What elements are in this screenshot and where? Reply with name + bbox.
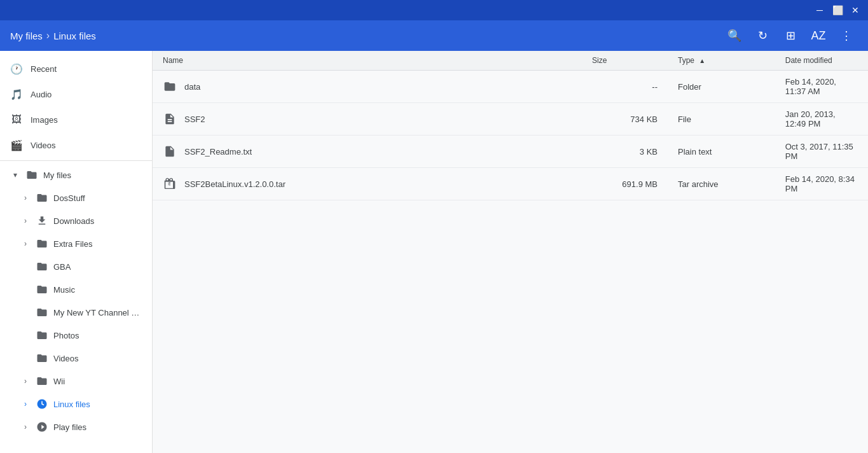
- column-header-size[interactable]: Size: [582, 51, 668, 71]
- sidebar-label-wii: Wii: [53, 377, 142, 386]
- sidebar-item-play-files[interactable]: › Play files: [0, 415, 152, 438]
- file-name: SSF2: [184, 115, 205, 124]
- dosstuff-chevron: ›: [20, 193, 31, 202]
- recent-icon: 🕐: [10, 63, 23, 75]
- sidebar-item-youtube[interactable]: My New YT Channel Bann...: [0, 301, 152, 324]
- file-row-name: data: [163, 80, 572, 93]
- column-header-type[interactable]: Type ▲: [668, 51, 775, 71]
- file-date: Feb 14, 2020, 8:34 PM: [775, 168, 868, 200]
- sidebar-item-recent[interactable]: 🕐 Recent: [0, 56, 152, 81]
- sidebar-item-photos[interactable]: Photos: [0, 324, 152, 347]
- sort-button[interactable]: AZ: [807, 24, 830, 47]
- sidebar-label-youtube: My New YT Channel Bann...: [53, 308, 142, 317]
- close-button[interactable]: ✕: [848, 3, 863, 18]
- breadcrumb-current: Linux files: [53, 31, 96, 41]
- music-folder-icon: [36, 284, 48, 295]
- content-area: Name Size Type ▲ Date modified: [153, 51, 868, 453]
- text-file-icon: [163, 145, 177, 158]
- file-date: Feb 14, 2020, 11:37 AM: [775, 71, 868, 103]
- file-type: Tar archive: [668, 168, 775, 200]
- linux-chevron: ›: [20, 400, 31, 408]
- sidebar-label-play-files: Play files: [53, 422, 142, 432]
- title-bar: ─ ⬜ ✕: [0, 0, 868, 20]
- wii-chevron: ›: [20, 377, 31, 386]
- sidebar-item-videos[interactable]: 🎬 Videos: [0, 132, 152, 158]
- sidebar-item-dosstuff[interactable]: › DosStuff: [0, 186, 152, 209]
- play-folder-icon: [36, 421, 48, 433]
- myfiles-chevron: ▾: [10, 171, 20, 179]
- grid-view-button[interactable]: ⊞: [779, 24, 802, 47]
- table-row[interactable]: SSF2BetaLinux.v1.2.0.0.tar 691.9 MB Tar …: [153, 168, 868, 200]
- downloads-folder-icon: [36, 215, 48, 226]
- column-header-name[interactable]: Name: [153, 51, 582, 71]
- linux-folder-icon: [36, 398, 48, 410]
- images-icon: 🖼: [10, 114, 23, 125]
- file-size: 3 KB: [582, 136, 668, 168]
- file-table: Name Size Type ▲ Date modified: [153, 51, 868, 200]
- file-date: Oct 3, 2017, 11:35 PM: [775, 136, 868, 168]
- file-name: SSF2BetaLinux.v1.2.0.0.tar: [184, 179, 286, 189]
- sidebar-label-myfiles: My files: [43, 171, 142, 180]
- refresh-button[interactable]: ↻: [751, 24, 774, 47]
- file-name: data: [184, 82, 200, 92]
- sidebar-label-dosstuff: DosStuff: [53, 193, 142, 203]
- maximize-button[interactable]: ⬜: [830, 3, 845, 18]
- table-row[interactable]: SSF2_Readme.txt 3 KB Plain text Oct 3, 2…: [153, 136, 868, 168]
- sidebar-item-audio[interactable]: 🎵 Audio: [0, 81, 152, 107]
- file-row-name: SSF2BetaLinux.v1.2.0.0.tar: [163, 178, 572, 190]
- file-row-name: SSF2: [163, 113, 572, 125]
- sidebar-label-photos: Photos: [53, 331, 142, 340]
- sidebar-item-images[interactable]: 🖼 Images: [0, 107, 152, 132]
- sidebar-label-images: Images: [31, 115, 142, 125]
- sidebar-label-music: Music: [53, 285, 142, 295]
- file-row-name: SSF2_Readme.txt: [163, 145, 572, 158]
- sidebar-item-wii[interactable]: › Wii: [0, 370, 152, 393]
- minimize-button[interactable]: ─: [812, 3, 827, 18]
- sidebar-item-linux-files[interactable]: › Linux files: [0, 393, 152, 415]
- sidebar-item-downloads[interactable]: › Downloads: [0, 209, 152, 232]
- table-row[interactable]: data -- Folder Feb 14, 2020, 11:37 AM: [153, 71, 868, 103]
- videos-sub-folder-icon: [36, 352, 48, 364]
- more-menu-button[interactable]: ⋮: [835, 24, 858, 47]
- file-size: 691.9 MB: [582, 168, 668, 200]
- sidebar-label-gba: GBA: [53, 262, 142, 272]
- downloads-chevron: ›: [20, 216, 31, 225]
- sidebar-label-linux-files: Linux files: [53, 400, 142, 409]
- sidebar-label-audio: Audio: [31, 90, 142, 99]
- sidebar: 🕐 Recent 🎵 Audio 🖼 Images 🎬 Videos ▾ My …: [0, 51, 153, 453]
- wii-folder-icon: [36, 375, 48, 387]
- folder-icon: [163, 80, 177, 93]
- sidebar-item-music[interactable]: Music: [0, 278, 152, 301]
- sidebar-item-gba[interactable]: GBA: [0, 255, 152, 278]
- file-type: Folder: [668, 71, 775, 103]
- file-size: 734 KB: [582, 103, 668, 136]
- breadcrumb-root[interactable]: My files: [10, 31, 43, 41]
- file-icon: [163, 113, 177, 125]
- archive-icon: [163, 178, 177, 190]
- videos-icon: 🎬: [10, 139, 23, 151]
- file-type: Plain text: [668, 136, 775, 168]
- file-type: File: [668, 103, 775, 136]
- sidebar-label-videos: Videos: [31, 141, 142, 150]
- photos-folder-icon: [36, 330, 48, 341]
- search-button[interactable]: 🔍: [723, 24, 746, 47]
- table-row[interactable]: SSF2 734 KB File Jan 20, 2013, 12:49 PM: [153, 103, 868, 136]
- file-size: --: [582, 71, 668, 103]
- play-chevron: ›: [20, 422, 31, 431]
- sidebar-item-videos-sub[interactable]: Videos: [0, 347, 152, 370]
- sidebar-label-extrafiles: Extra Files: [53, 239, 142, 249]
- column-header-date[interactable]: Date modified: [775, 51, 868, 71]
- sidebar-item-extrafiles[interactable]: › Extra Files: [0, 232, 152, 255]
- sidebar-label-recent: Recent: [31, 64, 142, 74]
- sidebar-label-videos-sub: Videos: [53, 354, 142, 363]
- breadcrumb: My files › Linux files: [10, 30, 718, 41]
- file-name: SSF2_Readme.txt: [184, 147, 252, 157]
- breadcrumb-separator: ›: [46, 30, 50, 41]
- sidebar-item-myfiles[interactable]: ▾ My files: [0, 164, 152, 186]
- header-actions: 🔍 ↻ ⊞ AZ ⋮: [723, 24, 858, 47]
- header: My files › Linux files 🔍 ↻ ⊞ AZ ⋮: [0, 20, 868, 51]
- myfiles-folder-icon: [25, 169, 38, 181]
- extrafiles-chevron: ›: [20, 239, 31, 248]
- audio-icon: 🎵: [10, 88, 23, 101]
- sidebar-label-downloads: Downloads: [53, 216, 142, 226]
